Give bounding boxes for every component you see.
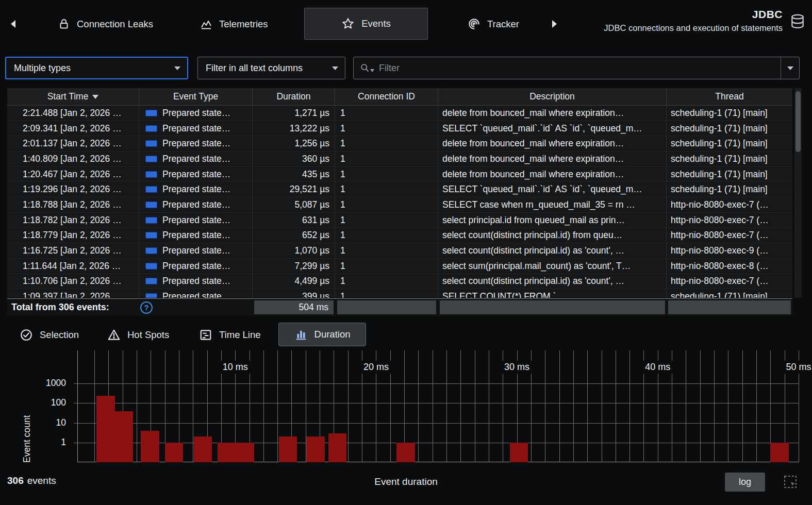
table-body: 2:21.488 [Jan 2, 2026 … Prepared state… … — [7, 106, 792, 298]
cell-connection-id: 1 — [335, 213, 438, 228]
cell-start-time: 1:10.706 [Jan 2, 2026 … — [7, 274, 139, 289]
vertical-gridline — [545, 350, 545, 462]
horizontal-gridline — [74, 383, 799, 384]
histogram-bar[interactable] — [770, 443, 789, 462]
view-tab-selection[interactable]: Selection — [14, 321, 84, 349]
vertical-gridline — [616, 350, 616, 462]
tab-label: Telemetries — [219, 19, 268, 30]
event-row[interactable]: 2:09.341 [Jan 2, 2026 … Prepared state… … — [7, 121, 792, 137]
event-row[interactable]: 1:20.467 [Jan 2, 2026 … Prepared state… … — [7, 167, 792, 182]
column-header-event-type[interactable]: Event Type — [139, 88, 253, 105]
table-scrollbar[interactable] — [794, 88, 802, 298]
column-header-description[interactable]: Description — [438, 88, 667, 105]
view-tab-label: Hot Spots — [127, 329, 169, 341]
prepared-statement-icon — [145, 110, 157, 116]
event-row[interactable]: 1:18.779 [Jan 2, 2026 … Prepared state… … — [7, 228, 792, 244]
cell-thread: http-nio-8080-exec-7 (… — [667, 274, 792, 289]
column-header-thread[interactable]: Thread — [667, 88, 792, 105]
view-tab-time-line[interactable]: Time Line — [194, 321, 266, 349]
histogram-bar[interactable] — [510, 443, 528, 462]
warning-triangle-icon — [107, 328, 121, 342]
y-tick-label: 100 — [51, 397, 66, 408]
histogram-bar[interactable] — [115, 411, 134, 462]
cell-start-time: 1:19.296 [Jan 2, 2026 … — [7, 182, 139, 197]
histogram-bar[interactable] — [165, 443, 184, 462]
jdbc-probe-window: Connection Leaks Telemetries Events — [0, 0, 812, 505]
chevron-right-icon — [551, 19, 558, 29]
event-row[interactable]: 1:19.296 [Jan 2, 2026 … Prepared state… … — [7, 182, 792, 197]
filter-column-select[interactable]: Filter in all text columns — [197, 57, 345, 79]
event-row[interactable]: 2:01.137 [Jan 2, 2026 … Prepared state… … — [7, 136, 792, 152]
tabs-scroll-right-button[interactable] — [546, 0, 562, 48]
cell-start-time: 2:21.488 [Jan 2, 2026 … — [7, 106, 139, 121]
prepared-statement-icon — [145, 232, 157, 239]
prepared-statement-icon — [145, 201, 157, 208]
event-row[interactable]: 1:10.706 [Jan 2, 2026 … Prepared state… … — [7, 274, 792, 290]
probe-header: JDBC JDBC connections and execution of s… — [604, 8, 806, 33]
histogram-bar[interactable] — [218, 443, 236, 462]
tab-tracker[interactable]: Tracker — [462, 0, 524, 48]
histogram-bar[interactable] — [396, 443, 415, 462]
y-tick-label: 1 — [61, 437, 66, 448]
telemetry-chart-icon — [200, 18, 212, 30]
histogram-bar[interactable] — [96, 396, 115, 462]
search-icon[interactable] — [360, 63, 370, 73]
filter-column-value: Filter in all text columns — [206, 63, 303, 74]
vertical-gridline — [756, 350, 757, 462]
help-icon[interactable] — [140, 301, 153, 314]
events-table: Start Time Event Type Duration Connectio… — [7, 88, 792, 298]
vertical-gridline — [263, 350, 264, 462]
cell-thread: http-nio-8080-exec-7 (… — [667, 213, 792, 228]
cell-start-time: 1:18.779 [Jan 2, 2026 … — [7, 228, 139, 243]
histogram-bar[interactable] — [279, 436, 297, 462]
tab-label: Tracker — [487, 19, 519, 30]
cell-connection-id: 1 — [335, 167, 438, 182]
bar-chart-icon — [294, 328, 308, 341]
event-type-filter-select[interactable]: Multiple types — [5, 57, 188, 79]
cell-event-type: Prepared state… — [139, 289, 253, 298]
tab-connection-leaks[interactable]: Connection Leaks — [53, 0, 158, 48]
tabs-scroll-left-button[interactable] — [5, 0, 21, 48]
cell-event-type: Prepared state… — [139, 152, 253, 166]
column-header-start-time[interactable]: Start Time — [7, 88, 139, 105]
log-scale-button[interactable]: log — [725, 473, 765, 492]
cell-connection-id: 1 — [335, 259, 438, 274]
histogram-bar[interactable] — [236, 443, 255, 462]
cell-thread: http-nio-8080-exec-9 (… — [667, 243, 792, 258]
cell-duration: 29,521 µs — [253, 182, 335, 197]
event-row[interactable]: 1:40.809 [Jan 2, 2026 … Prepared state… … — [7, 152, 792, 167]
filter-history-dropdown-button[interactable] — [781, 57, 799, 79]
prepared-statement-icon — [145, 156, 157, 162]
event-row[interactable]: 1:09.397 [Jan 2, 2026 … Prepared state… … — [7, 289, 792, 298]
prepared-statement-icon — [145, 186, 157, 193]
y-axis-tick-labels: 1101001000 — [0, 350, 70, 462]
tab-telemetries[interactable]: Telemetries — [195, 0, 273, 48]
timeline-icon — [199, 328, 212, 342]
event-row[interactable]: 1:11.644 [Jan 2, 2026 … Prepared state… … — [7, 259, 792, 274]
histogram-bar[interactable] — [141, 431, 159, 462]
view-tab-duration[interactable]: Duration — [278, 323, 366, 346]
prepared-statement-icon — [145, 217, 157, 224]
histogram-bar[interactable] — [328, 433, 347, 462]
column-header-duration[interactable]: Duration — [253, 88, 335, 105]
event-row[interactable]: 1:16.725 [Jan 2, 2026 … Prepared state… … — [7, 243, 792, 259]
histogram-bar[interactable] — [194, 436, 212, 462]
column-header-connection-id[interactable]: Connection ID — [335, 88, 438, 105]
cell-duration: 5,087 µs — [253, 197, 335, 212]
event-row[interactable]: 1:18.782 [Jan 2, 2026 … Prepared state… … — [7, 213, 792, 228]
cell-description: SELECT case when rn_queued_mail_35 = rn … — [438, 197, 667, 212]
tab-events[interactable]: Events — [304, 8, 428, 40]
histogram-bar[interactable] — [306, 436, 325, 462]
tab-label: Connection Leaks — [77, 19, 153, 30]
search-options-caret-icon[interactable] — [370, 69, 374, 72]
cell-description: SELECT `queued_mail`.`id` AS `id`, `queu… — [438, 182, 667, 197]
event-row[interactable]: 2:21.488 [Jan 2, 2026 … Prepared state… … — [7, 106, 792, 121]
select-region-icon[interactable] — [783, 474, 799, 491]
table-scrollbar-thumb[interactable] — [796, 91, 801, 152]
view-tab-hot-spots[interactable]: Hot Spots — [102, 321, 174, 349]
event-row[interactable]: 1:18.788 [Jan 2, 2026 … Prepared state… … — [7, 197, 792, 213]
prepared-statement-icon — [145, 140, 157, 147]
chevron-down-icon — [174, 66, 180, 70]
total-thread-box — [668, 300, 791, 314]
filter-input[interactable] — [379, 57, 781, 79]
